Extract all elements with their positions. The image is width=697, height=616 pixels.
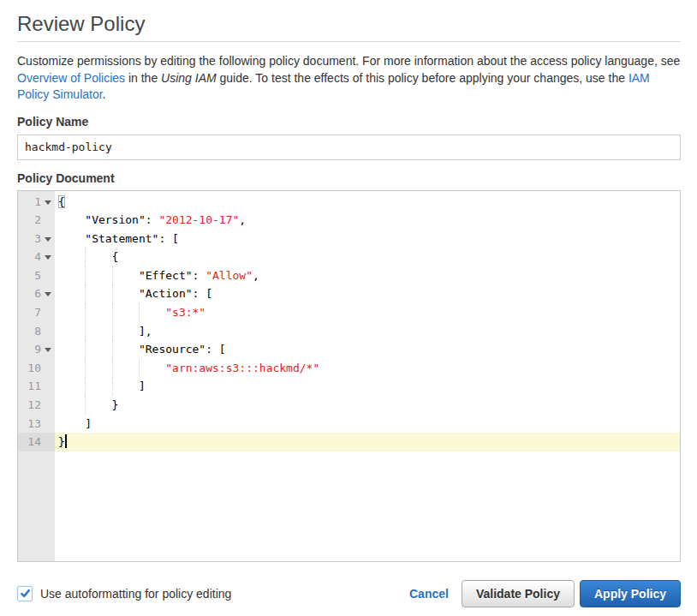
- editor-code-area[interactable]: { "Version": "2012-10-17", "Statement": …: [55, 191, 680, 561]
- apply-policy-button[interactable]: Apply Policy: [580, 580, 681, 607]
- autoformat-checkbox-row[interactable]: Use autoformatting for policy editing: [17, 586, 231, 601]
- gutter-line-number: 3: [18, 230, 55, 248]
- line-number: 10: [27, 362, 41, 374]
- intro-text-1: Customize permissions by editing the fol…: [17, 54, 680, 68]
- code-text: {: [58, 195, 65, 208]
- editor-gutter: 1234567891011121314: [18, 191, 55, 561]
- action-buttons: Cancel Validate Policy Apply Policy: [409, 580, 681, 607]
- line-number: 12: [27, 398, 41, 411]
- gutter-line-number: 7: [18, 303, 55, 322]
- code-line[interactable]: "Action": [: [55, 284, 680, 303]
- code-text: {: [58, 250, 118, 263]
- code-line[interactable]: "Statement": [: [55, 230, 680, 248]
- line-number: 6: [34, 287, 41, 300]
- line-number: 11: [27, 380, 41, 392]
- line-number: 9: [34, 343, 41, 356]
- fold-toggle-icon[interactable]: [45, 255, 51, 260]
- code-line[interactable]: ]: [55, 377, 680, 396]
- review-policy-page: Review Policy Customize permissions by e…: [0, 0, 697, 607]
- gutter-line-number: 11: [18, 377, 55, 396]
- cancel-link[interactable]: Cancel: [409, 587, 449, 601]
- code-line[interactable]: "Version": "2012-10-17",: [55, 211, 680, 230]
- gutter-line-number: 12: [18, 396, 55, 415]
- code-text: ]: [58, 380, 146, 392]
- gutter-line-number: 2: [18, 211, 55, 230]
- gutter-line-number: 13: [18, 415, 55, 434]
- code-line[interactable]: }: [55, 433, 680, 452]
- policy-document-editor[interactable]: 1234567891011121314 { "Version": "2012-1…: [17, 190, 681, 562]
- line-number: 1: [34, 195, 41, 208]
- gutter-line-number: 5: [18, 266, 55, 285]
- line-number: 14: [27, 435, 41, 448]
- fold-toggle-icon[interactable]: [45, 348, 51, 352]
- code-line[interactable]: {: [55, 193, 680, 212]
- code-line[interactable]: }: [55, 396, 680, 415]
- gutter-line-number: 9: [18, 340, 55, 359]
- line-number: 13: [27, 417, 41, 430]
- title-divider: [17, 41, 681, 42]
- code-line[interactable]: "arn:aws:s3:::hackmd/*": [55, 359, 680, 378]
- line-number: 3: [34, 232, 41, 245]
- line-number: 8: [34, 325, 41, 338]
- code-line[interactable]: "s3:*": [55, 303, 680, 322]
- footer-bar: Use autoformatting for policy editing Ca…: [17, 580, 681, 607]
- fold-toggle-icon[interactable]: [45, 237, 51, 242]
- code-line[interactable]: {: [55, 248, 680, 266]
- intro-text-3: guide. To test the effects of this polic…: [217, 71, 628, 85]
- gutter-line-number: 6: [18, 284, 55, 303]
- code-text: ],: [58, 325, 152, 338]
- overview-of-policies-link[interactable]: Overview of Policies: [17, 71, 125, 85]
- gutter-line-number: 8: [18, 322, 55, 341]
- fold-toggle-icon[interactable]: [45, 200, 51, 205]
- fold-toggle-icon[interactable]: [45, 292, 51, 296]
- code-line[interactable]: ]: [55, 415, 680, 434]
- intro-text-4: .: [103, 87, 106, 101]
- gutter-line-number: 4: [18, 248, 55, 266]
- line-number: 4: [34, 250, 41, 263]
- policy-name-input[interactable]: [17, 135, 681, 160]
- code-string-value: "Allow": [206, 269, 253, 282]
- code-text: ,: [239, 213, 246, 226]
- code-string-value: "arn:aws:s3:::hackmd/*": [165, 362, 319, 374]
- code-string-value: "s3:*": [165, 306, 206, 319]
- text-cursor: [65, 434, 67, 448]
- validate-policy-button[interactable]: Validate Policy: [462, 580, 575, 607]
- checkmark-icon: [20, 588, 31, 599]
- line-number: 5: [34, 269, 41, 282]
- code-text: "Statement": [: [58, 232, 179, 245]
- code-line[interactable]: "Resource": [: [55, 340, 680, 359]
- code-text: "Version":: [58, 213, 158, 226]
- line-number: 7: [34, 306, 41, 319]
- page-title: Review Policy: [17, 0, 681, 35]
- code-line[interactable]: "Effect": "Allow",: [55, 266, 680, 285]
- gutter-line-number: 14: [18, 433, 55, 452]
- code-text: }: [58, 398, 118, 411]
- code-text: "Resource": [: [58, 343, 226, 356]
- code-text: ,: [253, 269, 259, 282]
- policy-name-label: Policy Name: [17, 115, 681, 129]
- gutter-line-number: 10: [18, 359, 55, 378]
- code-text: ]: [58, 417, 92, 430]
- code-text: }: [58, 435, 65, 448]
- code-text: "Action": [: [58, 287, 212, 300]
- code-text: [58, 362, 165, 374]
- code-text: "Effect":: [58, 269, 206, 282]
- autoformat-checkbox[interactable]: [17, 586, 33, 601]
- code-string-value: "2012-10-17": [158, 213, 239, 226]
- intro-paragraph: Customize permissions by editing the fol…: [17, 53, 681, 104]
- autoformat-checkbox-label: Use autoformatting for policy editing: [40, 587, 231, 601]
- policy-document-label: Policy Document: [17, 171, 681, 186]
- intro-text-2: in the: [125, 71, 161, 85]
- line-number: 2: [34, 213, 41, 226]
- using-iam-emphasis: Using IAM: [161, 71, 217, 85]
- gutter-line-number: 1: [18, 193, 55, 212]
- code-line[interactable]: ],: [55, 322, 680, 341]
- code-text: [58, 306, 165, 319]
